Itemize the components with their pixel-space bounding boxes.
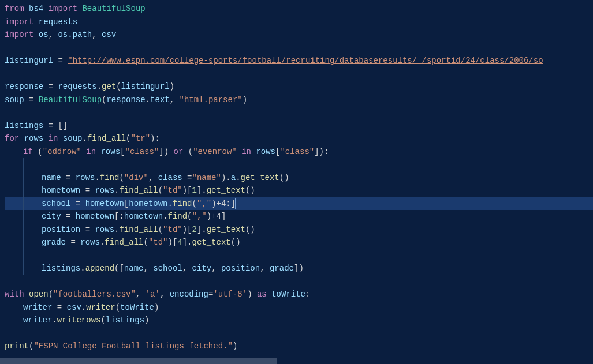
code-line[interactable] — [5, 275, 593, 288]
var-name: name — [42, 173, 61, 182]
code-line[interactable]: writer.writerows(listings) — [5, 314, 593, 327]
code-line[interactable]: position = rows.find_all("td")[2].get_te… — [5, 223, 593, 237]
var-hometown: hometown — [42, 186, 80, 195]
fn-append: append — [85, 264, 114, 273]
var-response: response — [5, 82, 43, 91]
code-line[interactable] — [5, 106, 593, 119]
text-cursor — [235, 198, 236, 209]
fn-get: get — [102, 82, 116, 91]
code-editor[interactable]: from bs4 import BeautifulSoup import req… — [0, 0, 593, 353]
module-csv: csv — [102, 30, 116, 39]
scrollbar-thumb[interactable] — [0, 358, 277, 364]
module-ospath: os.path — [58, 30, 92, 39]
code-line[interactable]: hometown = rows.find_all("td")[1].get_te… — [5, 184, 593, 197]
fn-writerows: writerows — [57, 316, 101, 325]
keyword-if: if — [23, 147, 33, 156]
var-soup: soup — [5, 95, 24, 104]
code-line[interactable]: import os, os.path, csv — [5, 28, 593, 42]
code-line-active[interactable]: school = hometown[hometown.find(",")+4:] — [5, 197, 593, 211]
var-listingurl: listingurl — [5, 56, 53, 65]
code-line[interactable]: from bs4 import BeautifulSoup — [5, 2, 593, 16]
var-listings: listings — [5, 121, 43, 130]
var-position: position — [42, 225, 80, 234]
code-line[interactable]: city = hometown[:hometown.find(",")+4] — [5, 210, 593, 223]
class-beautifulsoup: BeautifulSoup — [82, 4, 145, 13]
code-line[interactable]: name = rows.find("div", class_="name").a… — [5, 171, 593, 185]
module-os: os — [39, 30, 49, 39]
code-line[interactable]: listings.append([name, school, city, pos… — [5, 262, 593, 275]
code-line[interactable]: print("ESPN College Football listings fe… — [5, 340, 593, 353]
code-line[interactable]: listingurl = "http://www.espn.com/colleg… — [5, 54, 593, 67]
keyword-from: from — [5, 4, 24, 13]
fn-print: print — [5, 342, 29, 351]
code-line[interactable] — [5, 249, 593, 262]
keyword-import: import — [5, 30, 33, 39]
code-line[interactable] — [5, 42, 593, 55]
code-line[interactable]: writer = csv.writer(toWrite) — [5, 301, 593, 314]
var-city: city — [42, 212, 61, 221]
fn-open: open — [29, 290, 49, 299]
code-line[interactable]: import requests — [5, 16, 593, 29]
var-writer: writer — [23, 303, 52, 312]
horizontal-scrollbar[interactable] — [0, 358, 593, 364]
code-line[interactable]: grade = rows.find_all("td")[4].get_text(… — [5, 236, 593, 249]
keyword-with: with — [5, 290, 24, 299]
string-url: "http://www.espn.com/college-sports/foot… — [68, 56, 543, 65]
code-line[interactable]: for rows in soup.find_all("tr"): — [5, 132, 593, 145]
var-school: school — [42, 199, 70, 208]
code-line[interactable]: soup = BeautifulSoup(response.text, "htm… — [5, 93, 593, 107]
module-requests: requests — [39, 17, 77, 27]
code-line[interactable]: with open("footballers.csv", 'a', encodi… — [5, 288, 593, 301]
var-grade: grade — [42, 238, 66, 247]
keyword-import: import — [5, 17, 33, 27]
code-line[interactable]: listings = [] — [5, 119, 593, 133]
code-line[interactable] — [5, 158, 593, 171]
module-bs4: bs4 — [29, 4, 43, 13]
code-line[interactable]: if ("oddrow" in rows["class"]) or ("even… — [5, 145, 593, 159]
code-line[interactable] — [5, 67, 593, 81]
code-line[interactable] — [5, 327, 593, 340]
keyword-for: for — [5, 134, 19, 143]
keyword-import: import — [49, 4, 77, 13]
code-line[interactable]: response = requests.get(listingurl) — [5, 80, 593, 93]
